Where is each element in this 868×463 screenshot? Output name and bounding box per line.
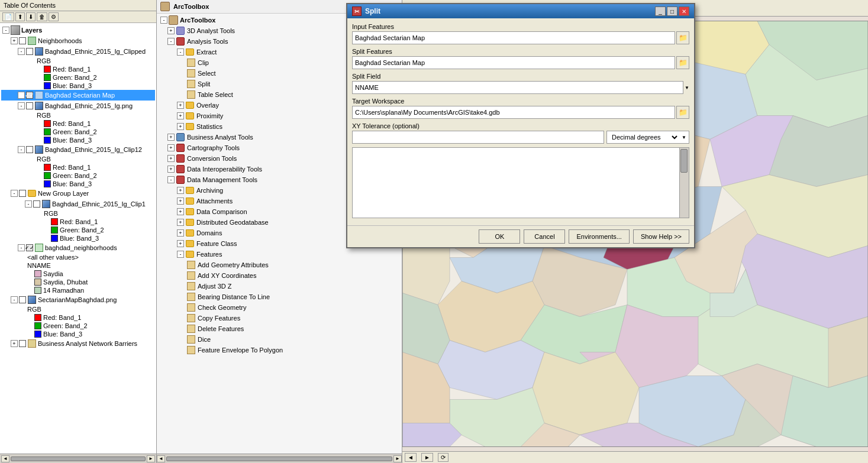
toc-toolbar-btn-1[interactable]: 📄	[2, 12, 14, 21]
business-analyst-expand[interactable]: +	[11, 340, 18, 347]
mid-scroll-left[interactable]: ◄	[157, 455, 165, 462]
archiving-expand[interactable]: +	[177, 187, 184, 194]
neighborhoods-expand[interactable]: +	[11, 37, 18, 44]
xy-tolerance-input[interactable]	[352, 131, 604, 144]
status-next-btn[interactable]: ►	[421, 453, 433, 462]
ethnic-lg-expand[interactable]: -	[18, 102, 25, 109]
bneighborhoods-checkbox[interactable]: ✓	[26, 244, 33, 251]
datacomp-expand[interactable]: +	[177, 208, 184, 215]
show-help-button[interactable]: Show Help >>	[633, 229, 689, 244]
add-geometry-row[interactable]: Add Geometry Attributes	[158, 260, 401, 270]
input-features-dropdown[interactable]: Baghdad Sectarian Map	[352, 31, 675, 44]
toc-scroll-left[interactable]: ◄	[1, 455, 9, 462]
split-features-dropdown[interactable]: Baghdad Sectarian Map	[352, 56, 675, 69]
add-xy-row[interactable]: Add XY Coordinates	[158, 270, 401, 281]
target-workspace-input[interactable]: C:\Users\splana\My Documents\ArcGIS\take…	[352, 106, 675, 119]
ethnic-clipped-checkbox[interactable]	[26, 48, 33, 55]
distgdb-expand[interactable]: +	[177, 219, 184, 226]
toc-clip1-row[interactable]: - Baghdad_Ethnic_2015_Ig_Clip1	[1, 199, 155, 209]
ethnic-clipped-expand[interactable]: -	[18, 48, 25, 55]
input-features-browse-btn[interactable]: 📁	[676, 31, 689, 44]
dialog-titlebar[interactable]: ✂ Split _ □ ✕	[347, 4, 694, 18]
sectarian-checkbox[interactable]: ✓	[26, 92, 33, 99]
clip12-checkbox[interactable]	[26, 146, 33, 153]
toc-bneighborhoods-row[interactable]: - ✓ baghdad_neighborhoods	[1, 242, 155, 253]
carto-expand[interactable]: +	[167, 144, 175, 151]
root-expand[interactable]: -	[160, 17, 167, 24]
environments-button[interactable]: Environments...	[569, 229, 629, 244]
dialog-minimize-btn[interactable]: _	[655, 7, 666, 16]
target-workspace-browse-btn[interactable]: 📁	[676, 106, 689, 119]
bearing-distance-row[interactable]: Bearing Distance To Line	[158, 292, 401, 302]
toc-newgroup-row[interactable]: - New Group Layer	[1, 188, 155, 199]
3d-expand[interactable]: +	[167, 27, 175, 34]
adjust-3d-row[interactable]: Adjust 3D Z	[158, 281, 401, 292]
newgroup-expand[interactable]: -	[11, 190, 18, 197]
sectarian-expand[interactable]: +	[18, 92, 25, 99]
dialog-scrollbar[interactable]	[679, 148, 689, 218]
sectarianpng-checkbox[interactable]	[19, 296, 26, 303]
toc-sectarianpng-row[interactable]: - SectarianMapBaghdad.png	[1, 294, 155, 305]
business-analyst-checkbox[interactable]	[19, 340, 26, 347]
conv-expand[interactable]: +	[167, 155, 175, 162]
xy-unit-select[interactable]: Decimal degrees	[607, 131, 679, 143]
toc-clip12-row[interactable]: - Baghdad_Ethnic_2015_Ig_Clip12	[1, 144, 155, 155]
dialog-scroll-thumb[interactable]	[680, 149, 688, 173]
toc-toolbar-btn-2[interactable]: ⬆	[15, 12, 25, 21]
clip12-expand[interactable]: -	[18, 146, 25, 153]
proximity-expand[interactable]: +	[177, 112, 184, 119]
mid-scroll-right[interactable]: ►	[393, 455, 402, 462]
featureclass-expand[interactable]: +	[177, 240, 184, 247]
toc-toolbar-btn-3[interactable]: ⬇	[26, 12, 36, 21]
copy-features-row[interactable]: Copy Features	[158, 313, 401, 323]
middle-scrollbar[interactable]: ◄ ►	[157, 454, 402, 463]
ethnic-lg-checkbox[interactable]	[26, 102, 33, 109]
dice-row[interactable]: Dice	[158, 334, 401, 345]
ba-expand[interactable]: +	[167, 134, 175, 141]
split-features-browse-btn[interactable]: 📁	[676, 56, 689, 69]
statistics-expand[interactable]: +	[177, 123, 184, 130]
status-refresh-btn[interactable]: ⟳	[438, 453, 448, 462]
toc-sectarian-map-row[interactable]: + ✓ Baghdad Sectarian Map	[1, 90, 155, 101]
check-geometry-row[interactable]: Check Geometry	[158, 302, 401, 313]
bneighborhoods-expand[interactable]: -	[18, 244, 25, 251]
analysis-expand[interactable]: -	[167, 38, 175, 45]
toc-red3-row: Red: Band_1	[1, 163, 155, 171]
cancel-button[interactable]: Cancel	[524, 229, 565, 244]
split-field-dropdown[interactable]: NNAME	[352, 81, 683, 94]
toc-toolbar-btn-5[interactable]: ⚙	[49, 12, 59, 21]
domains-expand[interactable]: +	[177, 229, 184, 237]
clip1-checkbox[interactable]	[33, 200, 40, 208]
neighborhoods-checkbox[interactable]	[19, 37, 26, 44]
features-expand[interactable]: -	[177, 251, 184, 258]
overlay-expand[interactable]: +	[177, 102, 184, 109]
extract-expand[interactable]: -	[177, 48, 184, 56]
blue5-swatch	[34, 331, 41, 338]
ok-button[interactable]: OK	[479, 229, 520, 244]
toc-red2-row: Red: Band_1	[1, 119, 155, 128]
dialog-maximize-btn[interactable]: □	[667, 7, 677, 16]
newgroup-checkbox[interactable]	[19, 190, 26, 197]
clip1-expand[interactable]: -	[25, 200, 32, 208]
toc-ethnic-lg-row[interactable]: - Baghdad_Ethnic_2015_Ig.png	[1, 101, 155, 111]
toc-scrollbar[interactable]: ◄ ►	[0, 454, 156, 463]
feature-envelope-row[interactable]: Feature Envelope To Polygon	[158, 345, 401, 355]
toc-layers-row[interactable]: - Layers	[1, 25, 155, 35]
layers-expand[interactable]: -	[2, 27, 9, 34]
toc-neighborhoods-row[interactable]: + Neighborhoods	[1, 35, 155, 46]
split-dialog[interactable]: ✂ Split _ □ ✕ Input Features Baghdad Sec…	[346, 3, 695, 248]
features-row[interactable]: - Features	[158, 249, 401, 260]
table-select-label: Table Select	[198, 91, 233, 98]
sectarianpng-expand[interactable]: -	[11, 296, 18, 303]
interop-expand[interactable]: +	[167, 166, 175, 173]
datamgmt-expand[interactable]: -	[167, 176, 175, 183]
dialog-close-btn[interactable]: ✕	[679, 7, 689, 16]
green3-label: Green: Band_2	[53, 172, 97, 179]
toc-toolbar-btn-4[interactable]: 🗑	[37, 12, 47, 21]
toc-ethnic-clipped-row[interactable]: - Baghdad_Ethnic_2015_Ig_Clipped	[1, 46, 155, 57]
delete-features-row[interactable]: Delete Features	[158, 323, 401, 334]
status-prev-btn[interactable]: ◄	[405, 453, 417, 462]
attachments-expand[interactable]: +	[177, 197, 184, 205]
toc-business-analyst-row[interactable]: + Business Analyst Network Barriers	[1, 338, 155, 349]
toc-scroll-right[interactable]: ►	[147, 455, 155, 462]
